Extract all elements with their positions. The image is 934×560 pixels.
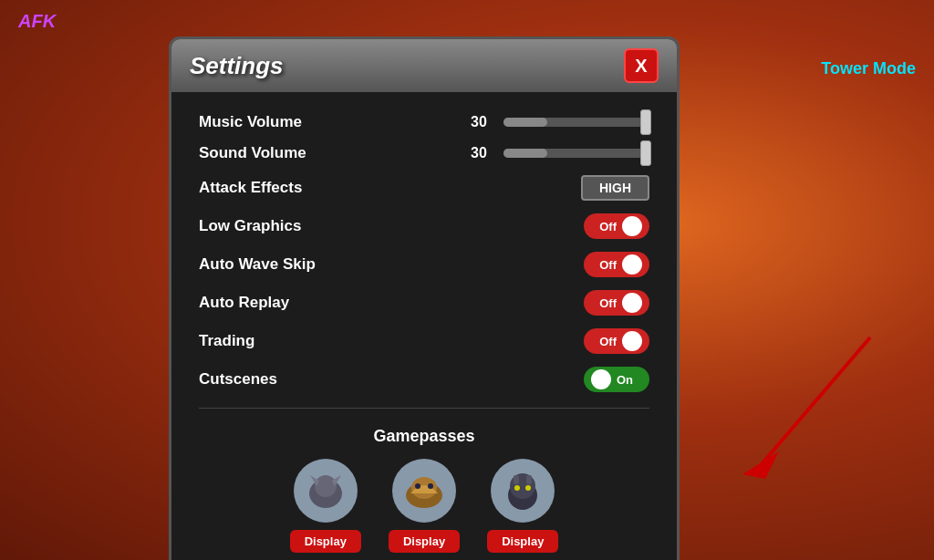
auto-replay-toggle[interactable]: Off — [584, 290, 649, 316]
section-divider — [199, 408, 649, 409]
gamepass-item-3: Display — [487, 459, 558, 553]
gamepasses-row: Display Display — [199, 459, 649, 553]
sound-volume-control: 30 — [471, 145, 649, 161]
svg-point-14 — [514, 485, 520, 491]
svg-marker-1 — [742, 451, 779, 479]
music-volume-control: 30 — [471, 114, 649, 130]
music-volume-value: 30 — [471, 114, 496, 130]
cutscenes-toggle-circle — [591, 369, 611, 389]
gamepass-item-1: Display — [290, 459, 361, 553]
svg-point-15 — [525, 485, 531, 491]
trading-toggle-circle — [622, 331, 642, 351]
low-graphics-label: Low Graphics — [199, 217, 301, 235]
trading-row: Trading Off — [199, 322, 649, 360]
auto-wave-skip-toggle[interactable]: Off — [584, 252, 649, 277]
attack-effects-row: Attack Effects HIGH — [199, 169, 649, 207]
tower-mode-label: Tower Mode — [821, 59, 916, 78]
auto-replay-label: Auto Replay — [199, 294, 289, 312]
trading-toggle[interactable]: Off — [584, 328, 649, 354]
gamepasses-section: Gamepasses Display — [199, 418, 649, 560]
cutscenes-label: Cutscenes — [199, 370, 277, 389]
svg-point-3 — [315, 475, 337, 497]
gamepass-icon-3 — [491, 459, 555, 523]
svg-point-8 — [415, 483, 420, 489]
low-graphics-toggle[interactable]: Off — [584, 213, 649, 239]
music-volume-slider[interactable] — [503, 118, 649, 127]
gamepass-item-2: Display — [389, 459, 460, 553]
svg-rect-13 — [526, 475, 532, 484]
music-volume-label: Music Volume — [199, 113, 302, 131]
low-graphics-toggle-circle — [622, 216, 642, 236]
close-button[interactable]: X — [624, 48, 659, 83]
auto-wave-skip-toggle-circle — [622, 254, 642, 275]
auto-wave-skip-label: Auto Wave Skip — [199, 255, 316, 274]
low-graphics-row: Low Graphics Off — [199, 207, 649, 245]
auto-wave-skip-toggle-text: Off — [599, 258, 617, 272]
auto-replay-control: Off — [584, 290, 649, 316]
trading-toggle-text: Off — [599, 335, 617, 348]
sound-volume-row: Sound Volume 30 — [199, 138, 649, 169]
arrow-indicator — [706, 319, 907, 502]
attack-effects-button[interactable]: HIGH — [581, 175, 649, 201]
trading-control: Off — [584, 328, 649, 354]
svg-line-0 — [761, 337, 870, 465]
auto-replay-toggle-circle — [622, 293, 642, 313]
auto-replay-row: Auto Replay Off — [199, 284, 649, 322]
gamepass-icon-2 — [392, 459, 456, 523]
attack-effects-label: Attack Effects — [199, 179, 302, 197]
low-graphics-control: Off — [584, 213, 649, 239]
cutscenes-row: Cutscenes On — [199, 360, 649, 399]
cutscenes-toggle-text: On — [617, 373, 633, 387]
auto-replay-toggle-text: Off — [599, 296, 617, 310]
gamepasses-title: Gamepasses — [199, 427, 649, 446]
modal-body: Music Volume 30 Sound Volume 30 — [171, 92, 677, 560]
svg-point-9 — [428, 483, 433, 489]
gamepass-display-btn-1[interactable]: Display — [290, 530, 361, 553]
sound-volume-label: Sound Volume — [199, 144, 306, 162]
gamepass-display-btn-2[interactable]: Display — [389, 530, 460, 553]
music-volume-row: Music Volume 30 — [199, 107, 649, 138]
svg-rect-12 — [514, 475, 519, 484]
gamepass-icon-1 — [294, 459, 358, 523]
attack-effects-control: HIGH — [581, 175, 649, 201]
settings-modal: Settings X Music Volume 30 Sound Volume … — [169, 36, 680, 560]
trading-label: Trading — [199, 332, 254, 350]
sound-volume-value: 30 — [471, 145, 496, 161]
gamepass-display-btn-3[interactable]: Display — [487, 530, 558, 553]
auto-wave-skip-control: Off — [584, 252, 649, 277]
modal-title: Settings — [190, 52, 284, 80]
sound-volume-slider[interactable] — [503, 149, 649, 158]
low-graphics-toggle-text: Off — [599, 220, 617, 233]
afk-label: AFK — [18, 11, 56, 32]
cutscenes-control: On — [584, 367, 649, 392]
cutscenes-toggle[interactable]: On — [584, 367, 649, 392]
auto-wave-skip-row: Auto Wave Skip Off — [199, 245, 649, 284]
modal-header: Settings X — [171, 39, 677, 92]
